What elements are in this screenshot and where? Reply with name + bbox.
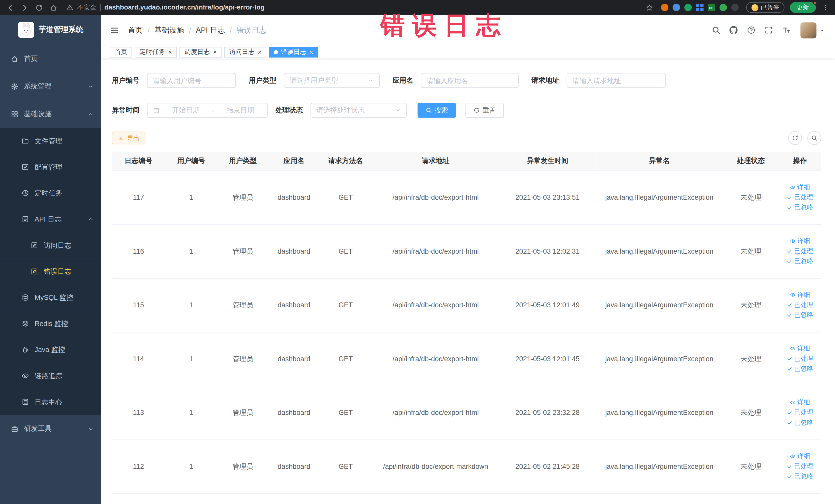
action-detail-link[interactable]: 详细	[778, 290, 821, 300]
sidebar-item-system-management[interactable]: 系统管理	[0, 73, 101, 100]
forward-icon[interactable]	[19, 2, 30, 13]
tab-error-log[interactable]: 错误日志×	[269, 47, 318, 57]
action-detail-link[interactable]: 详细	[778, 182, 821, 192]
table-row: 1141管理员dashboardGET/api/infra/db-doc/exp…	[112, 332, 821, 386]
request-url-input[interactable]	[567, 73, 666, 88]
action-processed-link[interactable]: 已处理	[778, 354, 821, 364]
font-size-icon[interactable]	[782, 26, 791, 35]
tab-dispatch-log[interactable]: 调度日志×	[179, 47, 222, 57]
actions-cell: 详细已处理已忽略	[778, 386, 821, 440]
app-logo[interactable]: 芋道管理系统	[0, 15, 101, 45]
reset-button[interactable]: 重置	[465, 103, 504, 118]
sidebar-item-java-monitor[interactable]: Java 监控	[0, 337, 101, 363]
extension-icon-6[interactable]	[719, 4, 727, 11]
range-end-placeholder: 结束日期	[219, 105, 262, 115]
action-processed-link[interactable]: 已处理	[778, 300, 821, 310]
filter-label-app-name: 应用名	[392, 76, 413, 85]
extension-icon-2[interactable]	[672, 4, 680, 11]
close-icon[interactable]: ×	[168, 49, 172, 55]
table-cell: GET	[320, 332, 372, 386]
browser-menu-icon[interactable]	[820, 2, 831, 13]
user-type-select[interactable]: 请选择用户类型	[284, 73, 380, 88]
process-status-select[interactable]: 请选择处理状态	[311, 103, 407, 118]
calendar-icon	[153, 107, 160, 114]
sidebar-item-access-log[interactable]: 访问日志	[0, 233, 101, 259]
url-text[interactable]: dashboard.yudao.iocoder.cn/infra/log/api…	[104, 4, 265, 11]
reload-icon[interactable]	[34, 2, 45, 13]
action-label: 详细	[797, 344, 810, 354]
tab-scheduled-tasks[interactable]: 定时任务×	[135, 47, 177, 57]
sidebar-item-redis-monitor[interactable]: Redis 监控	[0, 311, 101, 337]
sidebar-item-scheduled-tasks[interactable]: 定时任务	[0, 180, 101, 206]
tab-access-log[interactable]: 访问日志×	[224, 47, 266, 57]
sidebar-item-infrastructure[interactable]: 基础设施	[0, 100, 101, 128]
action-processed-link[interactable]: 已处理	[778, 407, 821, 418]
hamburger-icon[interactable]	[109, 25, 119, 35]
table-cell: /api/infra/db-doc/export-html	[372, 332, 500, 386]
extension-icon-7[interactable]	[731, 4, 738, 11]
sidebar-item-label: 配置管理	[35, 162, 62, 172]
github-icon[interactable]	[729, 26, 738, 35]
action-detail-link[interactable]: 详细	[778, 236, 821, 246]
sidebar-item-config-management[interactable]: 配置管理	[0, 154, 101, 180]
breadcrumb-item[interactable]: 首页	[128, 25, 143, 35]
extension-icon-1[interactable]	[661, 4, 668, 11]
sidebar-item-home[interactable]: 首页	[0, 45, 101, 73]
sidebar-item-log-center[interactable]: 日志中心	[0, 389, 101, 415]
action-ignored-link[interactable]: 已忽略	[778, 418, 821, 428]
sidebar-item-mysql-monitor[interactable]: MySQL 监控	[0, 284, 101, 311]
sidebar-item-api-log[interactable]: API 日志	[0, 206, 101, 233]
action-label: 详细	[797, 236, 810, 246]
tab-home[interactable]: 首页	[109, 47, 132, 57]
export-button[interactable]: 导出	[112, 132, 145, 144]
sidebar-item-label: 研发工具	[24, 424, 52, 434]
close-icon[interactable]: ×	[309, 49, 313, 55]
toggle-search-button[interactable]	[807, 131, 821, 145]
help-icon[interactable]	[747, 26, 756, 35]
refresh-table-button[interactable]	[788, 131, 802, 145]
back-icon[interactable]	[5, 2, 16, 13]
action-ignored-link[interactable]: 已忽略	[778, 471, 821, 481]
close-icon[interactable]: ×	[213, 49, 217, 55]
action-ignored-link[interactable]: 已忽略	[778, 310, 821, 320]
extension-icon-5[interactable]: on	[708, 4, 715, 11]
action-detail-link[interactable]: 详细	[778, 344, 821, 354]
app-name-input[interactable]	[421, 73, 519, 88]
breadcrumb-item[interactable]: API 日志	[196, 25, 225, 35]
user-id-input[interactable]	[147, 73, 236, 88]
security-label[interactable]: 不安全	[77, 3, 97, 12]
address-bar[interactable]: 不安全 dashboard.yudao.iocoder.cn/infra/log…	[66, 3, 264, 12]
exception-time-range-picker[interactable]: 开始日期 - 结束日期	[147, 103, 268, 118]
extension-icon-3[interactable]	[684, 4, 692, 11]
profile-paused-badge[interactable]: 已暂停	[746, 2, 785, 13]
browser-right-cluster: on 已暂停 更新	[642, 2, 831, 13]
extension-icon-4[interactable]	[696, 4, 703, 11]
bookmark-star-icon[interactable]	[644, 2, 655, 13]
browser-home-icon[interactable]	[48, 2, 59, 13]
table-cell: 管理员	[218, 278, 268, 332]
sidebar-item-dev-tools[interactable]: 研发工具	[0, 415, 101, 443]
caret-down-icon[interactable]	[819, 27, 826, 33]
action-label: 详细	[797, 182, 810, 192]
fullscreen-icon[interactable]	[764, 26, 773, 35]
select-placeholder: 请选择用户类型	[290, 76, 338, 85]
action-processed-link[interactable]: 已处理	[778, 461, 821, 471]
action-detail-link[interactable]: 详细	[778, 398, 821, 407]
action-label: 已忽略	[794, 256, 813, 266]
action-processed-link[interactable]: 已处理	[778, 246, 821, 256]
search-button[interactable]: 搜索	[418, 103, 456, 118]
table-cell: 112	[112, 440, 165, 493]
action-ignored-link[interactable]: 已忽略	[778, 256, 821, 266]
action-ignored-link[interactable]: 已忽略	[778, 364, 821, 374]
user-avatar[interactable]	[800, 22, 816, 38]
action-ignored-link[interactable]: 已忽略	[778, 202, 821, 212]
action-processed-link[interactable]: 已处理	[778, 192, 821, 202]
breadcrumb-item[interactable]: 基础设施	[154, 25, 184, 35]
update-button[interactable]: 更新	[790, 2, 816, 13]
close-icon[interactable]: ×	[258, 49, 262, 55]
sidebar-item-trace[interactable]: 链路追踪	[0, 363, 101, 389]
sidebar-item-error-log[interactable]: 错误日志	[0, 258, 101, 284]
sidebar-item-file-management[interactable]: 文件管理	[0, 128, 101, 154]
action-detail-link[interactable]: 详细	[778, 451, 821, 461]
search-icon[interactable]	[712, 26, 720, 35]
